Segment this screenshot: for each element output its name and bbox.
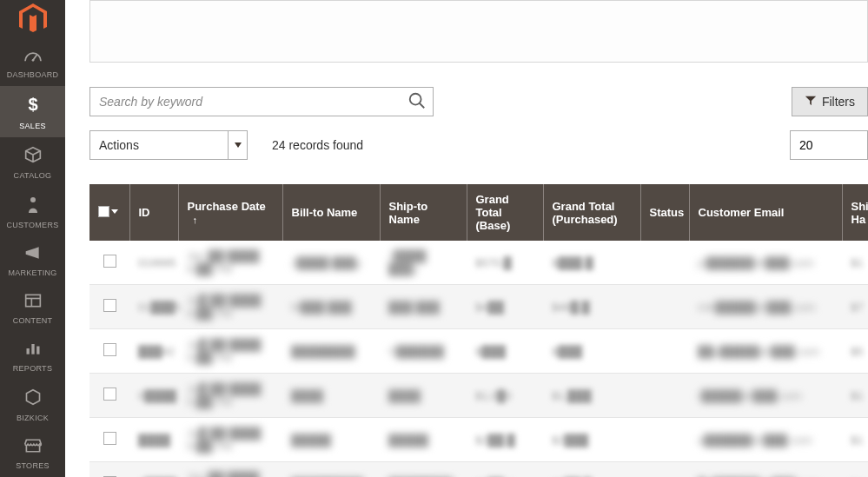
orders-grid: ID Purchase Date↑ Bill-to Name Ship-to N… xyxy=(89,184,868,477)
cell-email: mik█████@███.com xyxy=(698,301,815,314)
layout-icon xyxy=(24,293,42,313)
cell-date: Ja█ ██ ████ 5:██ PM xyxy=(187,382,261,408)
cell-date: Ja█ ██ ████ 5:██ PM xyxy=(187,338,261,364)
actions-select[interactable]: Actions xyxy=(89,130,248,160)
sidebar-item-label: MARKETING xyxy=(8,268,56,277)
sidebar-item-label: REPORTS xyxy=(13,364,52,373)
search-input[interactable] xyxy=(89,87,434,116)
cell-gtb: $2██.█ xyxy=(475,434,515,447)
sidebar-item-bizkick[interactable]: BIZKICK xyxy=(0,380,65,429)
toolbar-row-1: Filters xyxy=(89,87,868,116)
megaphone-icon xyxy=(24,245,42,265)
cell-id: ████ xyxy=(138,434,170,447)
cell-ship-handle: $1 xyxy=(851,434,863,447)
sidebar-item-label: CUSTOMERS xyxy=(6,221,58,229)
cell-id: 019995 xyxy=(138,256,176,269)
cell-ship-to: █████ xyxy=(388,434,428,447)
sidebar-item-label: STORES xyxy=(16,461,50,470)
cube-icon xyxy=(24,146,42,168)
cell-gtb: $███ xyxy=(475,345,506,358)
storefront-icon xyxy=(23,438,43,458)
row-checkbox[interactable] xyxy=(103,255,116,268)
col-header-ship-handle[interactable]: Ship Ha xyxy=(842,184,868,241)
col-header-customer-email[interactable]: Customer Email xyxy=(689,184,842,241)
sidebar-item-label: SALES xyxy=(19,122,46,130)
cell-date: Jan ██ ████ 9:██ PM xyxy=(187,249,259,275)
cell-gtp: $48█.█ xyxy=(552,301,590,314)
cell-bill-to: M███ ███ xyxy=(291,301,352,314)
col-header-grand-total-purchased[interactable]: Grand Total (Purchased) xyxy=(543,184,640,241)
sidebar-item-dashboard[interactable]: DASHBOARD xyxy=(0,38,65,86)
col-header-status[interactable]: Status xyxy=(640,184,689,241)
col-header-bill-to[interactable]: Bill-to Name xyxy=(282,184,380,241)
svg-rect-8 xyxy=(31,344,34,354)
col-header-id[interactable]: ID xyxy=(129,184,178,241)
cell-email: r█████@███.com xyxy=(698,389,801,402)
row-checkbox[interactable] xyxy=(103,432,116,445)
table-row[interactable]: 01███5Ja█ ██ ████ 8:██ PMM███ ██████ ███… xyxy=(89,285,868,329)
row-checkbox[interactable] xyxy=(103,343,116,356)
filters-button[interactable]: Filters xyxy=(792,87,868,116)
notice-bar xyxy=(89,0,868,63)
cell-bill-to: ████ xyxy=(291,389,323,402)
sidebar-item-content[interactable]: CONTENT xyxy=(0,284,65,332)
col-header-ship-to[interactable]: Ship-to Name xyxy=(380,184,467,241)
sidebar-item-sales[interactable]: $ SALES xyxy=(0,86,65,137)
cell-bill-to: █████ xyxy=(291,434,331,447)
table-row[interactable]: 0████Jan ██ ████ 9:██ HM████████████████… xyxy=(89,462,868,478)
cell-gtb: $4██ xyxy=(475,301,504,314)
col-header-checkbox[interactable] xyxy=(89,184,129,241)
sidebar-item-label: CONTENT xyxy=(13,316,53,325)
svg-point-10 xyxy=(410,94,421,105)
cell-ship-to: ████ xyxy=(388,389,421,402)
cell-date: Jan ██ ████ 9:██ HM xyxy=(187,471,259,477)
actions-label: Actions xyxy=(90,138,139,152)
sidebar-item-catalog[interactable]: CATALOG xyxy=(0,137,65,187)
svg-line-1 xyxy=(33,55,37,60)
cell-bill-to: J████ ███y xyxy=(291,256,361,269)
cell-gtb: $570.█ xyxy=(475,256,512,269)
cell-ship-to: ███ ███ xyxy=(388,301,440,314)
bars-icon xyxy=(24,341,42,361)
sidebar-item-marketing[interactable]: MARKETING xyxy=(0,236,65,284)
chevron-down-icon xyxy=(228,131,247,159)
gauge-icon xyxy=(23,47,43,67)
cell-ship-handle: $7 xyxy=(851,301,863,314)
svg-point-3 xyxy=(30,197,36,202)
sort-asc-icon: ↑ xyxy=(193,215,198,225)
dollar-icon: $ xyxy=(27,95,39,118)
person-icon xyxy=(27,195,39,217)
table-row[interactable]: 019995Jan ██ ████ 9:██ PMJ████ ███yJ████… xyxy=(89,241,868,285)
cell-id: ███42 xyxy=(138,345,175,358)
cell-ship-to: J████ ███y xyxy=(388,249,426,275)
row-checkbox[interactable] xyxy=(103,299,116,312)
cell-email: a██████@███.com xyxy=(698,434,812,447)
sidebar-item-stores[interactable]: STORES xyxy=(0,429,65,477)
sidebar-item-reports[interactable]: REPORTS xyxy=(0,332,65,380)
search-icon[interactable] xyxy=(407,91,427,113)
page-size-input[interactable] xyxy=(790,130,868,160)
table-row[interactable]: ████Ja█ ██ ████ 9:██ PM██████████$2██.█$… xyxy=(89,418,868,462)
sidebar-item-customers[interactable]: CUSTOMERS xyxy=(0,187,65,236)
cell-ship-handle: $1 xyxy=(851,389,863,402)
table-row[interactable]: ███42Ja█ ██ ████ 5:██ PM████████V██████$… xyxy=(89,329,868,374)
admin-sidebar: DASHBOARD $ SALES CATALOG CUSTOMERS MARK… xyxy=(0,0,65,477)
col-header-purchase-date[interactable]: Purchase Date↑ xyxy=(178,184,282,241)
cell-bill-to: ████████ xyxy=(291,345,355,358)
cell-gtb: $1,0█0 xyxy=(475,389,512,402)
cell-date: Ja█ ██ ████ 9:██ PM xyxy=(187,427,261,453)
row-checkbox[interactable] xyxy=(103,388,116,401)
svg-line-11 xyxy=(420,103,425,109)
svg-rect-4 xyxy=(25,295,40,306)
cell-gtp: $1,███ xyxy=(552,389,592,402)
col-header-grand-total-base[interactable]: Grand Total (Base) xyxy=(467,184,543,241)
svg-rect-7 xyxy=(26,348,29,354)
svg-rect-9 xyxy=(36,347,39,354)
table-row[interactable]: 0████Ja█ ██ ████ 5:██ PM████████$1,0█0$1… xyxy=(89,374,868,418)
chevron-down-icon xyxy=(111,209,118,214)
cell-email: jc██████@███.com xyxy=(698,256,814,269)
cell-id: 01███5 xyxy=(138,301,181,314)
magento-logo[interactable] xyxy=(0,0,65,38)
search-wrap xyxy=(89,87,434,116)
page-size-wrap xyxy=(790,130,868,160)
